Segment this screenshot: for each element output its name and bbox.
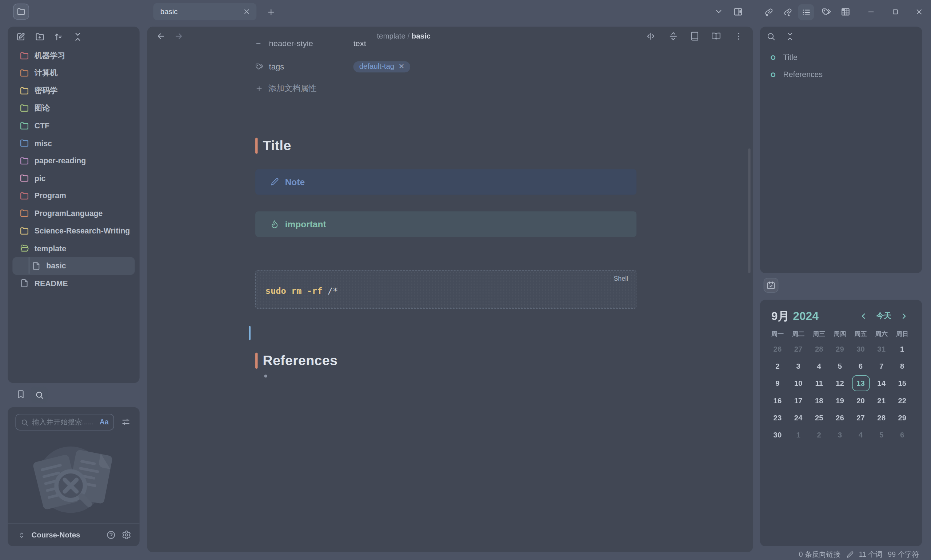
sidebar-item-folder[interactable]: Science-Research-Writing [12,222,135,240]
property-key[interactable]: header-style [269,42,313,48]
calendar-tab-button[interactable] [764,278,779,293]
search-input-box[interactable]: Aa [15,414,114,431]
tab-list-chevron-icon[interactable] [714,7,723,16]
calendar-day[interactable]: 26 [829,409,850,426]
sidebar-item-folder[interactable]: 图论 [12,99,135,117]
property-key[interactable]: tags [269,62,285,71]
outline-search-icon[interactable] [766,32,776,41]
backlinks-count[interactable]: 0 条反向链接 [799,550,840,560]
property-value[interactable]: text [353,42,366,48]
new-tab-icon[interactable] [266,8,275,16]
outline-view-button-active[interactable] [798,4,814,20]
calendar-day[interactable]: 30 [767,426,788,443]
calendar-day[interactable]: 2 [767,357,788,375]
calendar-day[interactable]: 15 [892,375,913,392]
book-icon[interactable] [690,32,699,41]
callout-important[interactable]: important [255,211,636,237]
breadcrumb[interactable]: template / basic [147,32,660,40]
table-pane-icon[interactable] [841,7,850,17]
toggle-left-sidebar-button[interactable] [13,4,29,20]
calendar-day[interactable]: 28 [871,409,892,426]
calendar-day[interactable]: 4 [850,426,871,443]
calendar-day[interactable]: 9 [767,375,788,392]
calendar-day[interactable]: 19 [829,392,850,409]
window-minimize-icon[interactable] [867,8,876,16]
calendar-day[interactable]: 16 [767,392,788,409]
calendar-day[interactable]: 7 [871,357,892,375]
edit-mode-pencil-icon[interactable] [846,551,854,558]
backlinks-icon[interactable] [764,7,774,17]
sort-order-icon[interactable] [54,32,64,42]
more-options-icon[interactable] [734,32,743,41]
vault-name[interactable]: Course-Notes [32,531,100,539]
search-input[interactable] [32,418,96,426]
calendar-day[interactable]: 4 [809,357,829,375]
calendar-day[interactable]: 27 [850,409,871,426]
calendar-day[interactable]: 31 [871,340,892,357]
breadcrumb-parent[interactable]: template [377,32,405,40]
sidebar-item-folder-template[interactable]: template [12,240,135,257]
tab-basic[interactable]: basic [153,3,256,20]
calendar-day[interactable]: 24 [788,409,809,426]
calendar-day[interactable]: 5 [871,426,892,443]
settings-gear-icon[interactable] [122,530,131,540]
editor-scrollbar[interactable] [748,148,750,273]
calendar-day[interactable]: 22 [892,392,913,409]
sidebar-item-folder[interactable]: pic [12,169,135,187]
help-icon[interactable] [106,530,115,540]
reading-mode-icon[interactable] [711,32,721,41]
calendar-day[interactable]: 26 [767,340,788,357]
calendar-day[interactable]: 25 [809,409,829,426]
code-block[interactable]: Shell sudo rm -rf /* [255,270,636,309]
sidebar-item-file-readme[interactable]: README [12,275,135,292]
remove-tag-icon[interactable]: ✕ [399,62,405,71]
search-settings-icon[interactable] [121,417,131,427]
callout-note[interactable]: Note [255,169,636,195]
calendar-day[interactable]: 14 [871,375,892,392]
outgoing-links-icon[interactable] [783,7,793,17]
vault-switcher-icon[interactable] [18,531,25,538]
calendar-day[interactable]: 17 [788,392,809,409]
calendar-day[interactable]: 11 [809,375,829,392]
sidebar-item-folder[interactable]: 机器学习 [12,47,135,65]
property-row-clipped[interactable]: header-style text [255,42,636,50]
outline-item-title[interactable]: Title [760,49,922,66]
calendar-day[interactable]: 20 [850,392,871,409]
add-property-button[interactable]: 添加文档属性 [255,82,316,95]
calendar-day[interactable]: 10 [788,375,809,392]
calendar-day[interactable]: 2 [809,426,829,443]
calendar-day[interactable]: 8 [892,357,913,375]
window-maximize-icon[interactable] [891,8,900,16]
sidebar-item-folder[interactable]: CTF [12,117,135,135]
tag-pill[interactable]: default-tag✕ [353,61,410,72]
new-note-icon[interactable] [16,32,25,42]
breadcrumb-current[interactable]: basic [412,32,431,40]
outline-item-references[interactable]: References [760,66,922,83]
collapse-all-icon[interactable] [73,32,83,42]
calendar-day[interactable]: 3 [829,426,850,443]
calendar-day[interactable]: 12 [829,375,850,392]
window-close-icon[interactable] [915,8,923,16]
calendar-day[interactable]: 6 [850,357,871,375]
toggle-right-sidebar-icon[interactable] [733,7,743,17]
tags-pane-icon[interactable] [822,7,831,17]
split-vertical-icon[interactable] [646,32,656,41]
sidebar-item-folder[interactable]: paper-reading [12,152,135,169]
sidebar-item-folder[interactable]: 计算机 [12,65,135,82]
calendar-prev-icon[interactable] [860,312,867,320]
calendar-next-icon[interactable] [900,312,908,320]
sidebar-item-folder[interactable]: Program [12,187,135,205]
tab-close-icon[interactable] [243,8,251,15]
calendar-day[interactable]: 5 [829,357,850,375]
calendar-day[interactable]: 3 [788,357,809,375]
new-folder-icon[interactable] [35,32,45,42]
calendar-day[interactable]: 6 [892,426,913,443]
calendar-day[interactable]: 29 [892,409,913,426]
outline-collapse-icon[interactable] [786,32,794,41]
calendar-today-button[interactable]: 今天 [876,311,891,322]
property-row-tags[interactable]: tags default-tag✕ [255,59,410,74]
search-tab-button-active[interactable] [31,386,48,403]
split-horizontal-icon[interactable] [668,32,678,41]
sidebar-item-file-basic[interactable]: basic [12,257,135,275]
calendar-day[interactable]: 28 [809,340,829,357]
